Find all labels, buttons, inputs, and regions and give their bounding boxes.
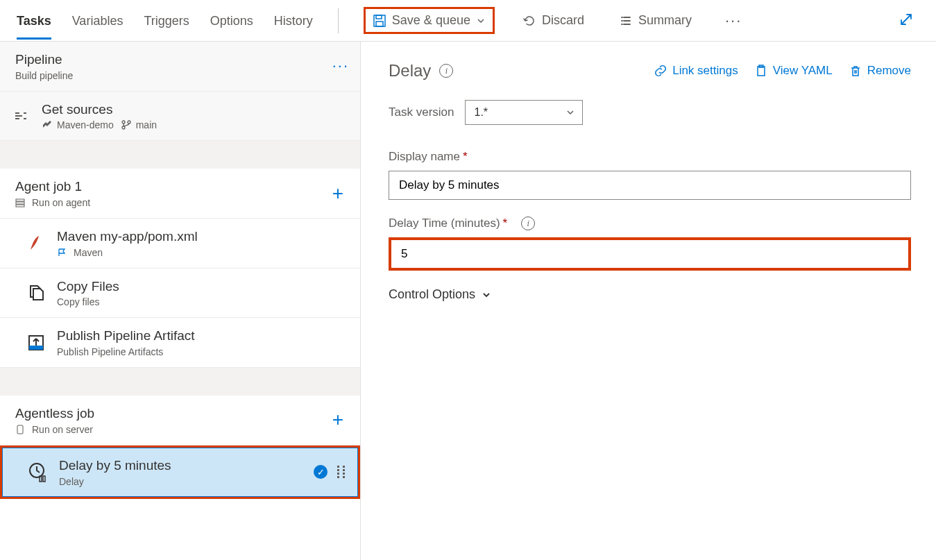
pipeline-title: Pipeline (15, 51, 323, 69)
repo-name: Maven-demo (57, 119, 114, 130)
required-mark: * (463, 150, 468, 163)
agent-job-header[interactable]: Agent job 1 Run on agent + (0, 169, 360, 219)
gap (0, 368, 360, 396)
svg-rect-14 (43, 476, 45, 482)
tab-variables[interactable]: Variables (72, 3, 124, 38)
remove-button[interactable]: Remove (849, 64, 911, 78)
svg-rect-10 (29, 346, 43, 350)
check-icon: ✓ (314, 465, 327, 479)
fullscreen-button[interactable] (896, 9, 917, 32)
task-version-select[interactable]: 1.* (465, 100, 583, 125)
sources-icon (10, 105, 32, 127)
agent-job-title: Agent job 1 (15, 178, 317, 196)
save-queue-label: Save & queue (392, 13, 470, 28)
tab-tasks[interactable]: Tasks (17, 3, 51, 38)
gap (0, 141, 360, 169)
list-icon (619, 14, 633, 28)
branch-icon (121, 119, 132, 130)
get-sources-item[interactable]: Get sources Maven-demo main (0, 92, 360, 142)
server-icon (15, 198, 25, 207)
task-sub: Copy files (57, 296, 349, 307)
view-yaml-label: View YAML (773, 64, 833, 78)
add-task-agentless[interactable]: + (327, 409, 349, 431)
link-settings-label: Link settings (672, 64, 738, 78)
agent-job-sub: Run on agent (32, 197, 90, 208)
control-options-section[interactable]: Control Options (389, 287, 911, 302)
display-name-input[interactable] (389, 171, 911, 200)
tab-options[interactable]: Options (210, 3, 253, 38)
save-queue-button[interactable]: Save & queue (364, 7, 495, 34)
svg-point-5 (122, 126, 125, 129)
trash-icon (849, 65, 862, 77)
pipeline-sidebar: Pipeline Build pipeline ··· Get sources … (0, 42, 361, 560)
pipeline-sub: Build pipeline (15, 70, 323, 81)
discard-label: Discard (542, 13, 584, 28)
link-settings-button[interactable]: Link settings (654, 64, 738, 78)
svg-rect-11 (17, 425, 23, 434)
task-sub: Delay (59, 476, 304, 487)
clipboard-icon (755, 65, 767, 77)
task-title: Publish Pipeline Artifact (57, 328, 349, 345)
copy-icon (25, 282, 47, 304)
svg-rect-7 (16, 202, 24, 204)
info-icon[interactable]: i (521, 217, 535, 230)
pipeline-more[interactable]: ··· (332, 57, 349, 75)
agentless-job-sub: Run on server (32, 424, 93, 435)
summary-label: Summary (638, 13, 692, 28)
task-version-value: 1.* (474, 106, 488, 119)
task-detail-panel: Delay i Link settings View YAML Remove T… (361, 42, 936, 560)
panel-title: Delay (389, 61, 431, 80)
control-options-label: Control Options (389, 287, 475, 302)
expand-icon (899, 12, 914, 27)
tab-triggers[interactable]: Triggers (144, 3, 189, 38)
delay-time-label: Delay Time (minutes) (389, 217, 500, 230)
remove-label: Remove (867, 64, 911, 78)
task-title: Maven my-app/pom.xml (57, 228, 349, 246)
svg-rect-6 (16, 199, 24, 201)
delay-clock-icon (27, 461, 49, 483)
svg-point-3 (122, 121, 125, 124)
maven-icon (25, 232, 47, 254)
discard-button[interactable]: Discard (516, 9, 591, 32)
branch-name: main (136, 119, 157, 130)
tab-history[interactable]: History (274, 3, 313, 38)
svg-rect-8 (16, 205, 24, 207)
task-title: Copy Files (57, 278, 349, 296)
task-maven[interactable]: Maven my-app/pom.xml Maven (0, 219, 360, 269)
repo-icon (42, 119, 53, 130)
pipeline-header[interactable]: Pipeline Build pipeline ··· (0, 42, 360, 92)
flag-icon (57, 248, 67, 257)
display-name-label: Display name (389, 150, 460, 163)
task-version-label: Task version (389, 105, 454, 119)
chevron-down-icon (565, 108, 575, 117)
svg-rect-1 (376, 15, 382, 19)
summary-button[interactable]: Summary (612, 9, 699, 32)
chevron-down-icon (476, 16, 486, 26)
save-icon (373, 14, 386, 28)
add-task-agent[interactable]: + (327, 183, 349, 205)
chevron-down-icon (481, 289, 492, 300)
get-sources-title: Get sources (42, 101, 349, 119)
agentless-job-header[interactable]: Agentless job Run on server + (0, 396, 360, 446)
publish-icon (25, 332, 47, 354)
separator (338, 8, 339, 33)
svg-point-4 (128, 121, 130, 124)
task-title: Delay by 5 minutes (59, 457, 304, 475)
info-icon[interactable]: i (439, 64, 453, 78)
task-sub: Publish Pipeline Artifacts (57, 346, 349, 357)
device-icon (15, 425, 25, 434)
top-toolbar: Tasks Variables Triggers Options History… (0, 0, 936, 42)
svg-rect-2 (376, 22, 383, 26)
link-icon (654, 65, 667, 77)
svg-rect-15 (758, 67, 765, 76)
task-copy-files[interactable]: Copy Files Copy files (0, 269, 360, 319)
required-mark: * (503, 217, 508, 230)
agentless-job-title: Agentless job (15, 405, 317, 423)
task-delay-selected[interactable]: Delay by 5 minutes Delay ✓ (0, 446, 360, 499)
delay-time-input[interactable] (389, 237, 911, 271)
undo-icon (522, 14, 536, 28)
task-publish-artifact[interactable]: Publish Pipeline Artifact Publish Pipeli… (0, 318, 360, 368)
drag-handle[interactable] (337, 466, 347, 478)
more-menu[interactable]: ··· (720, 9, 747, 33)
view-yaml-button[interactable]: View YAML (755, 64, 833, 78)
